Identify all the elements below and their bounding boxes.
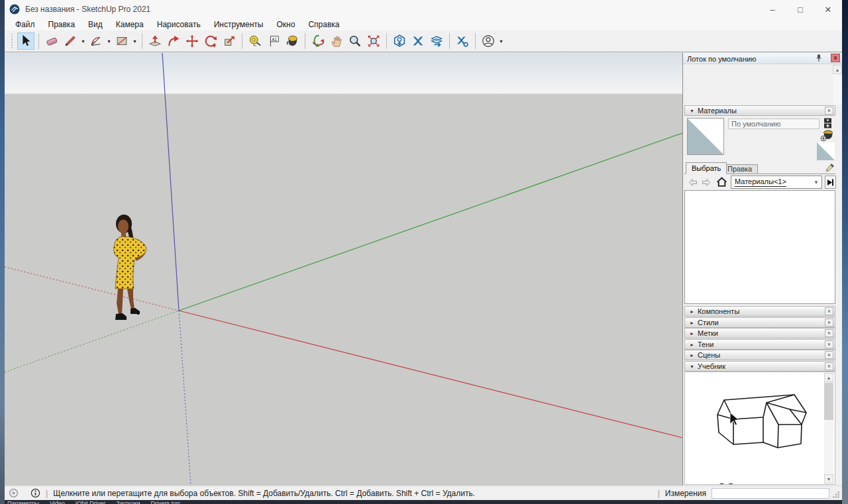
menu-draw[interactable]: Нарисовать	[150, 20, 207, 29]
instructor-scrollbar[interactable]: ▲ ▼	[824, 373, 833, 483]
zoom-tool-button[interactable]	[346, 32, 364, 50]
section-close-button[interactable]: ×	[825, 307, 833, 315]
back-arrow-icon[interactable]	[688, 177, 698, 189]
menu-camera[interactable]: Камера	[109, 20, 150, 29]
text-tool-button[interactable]: A1	[265, 32, 282, 50]
shapes-tool-button[interactable]	[113, 32, 131, 50]
default-material-swatch[interactable]	[817, 142, 835, 160]
measurements-label: Измерения	[665, 489, 706, 498]
toolbar-separator	[475, 33, 476, 49]
toolbar-separator	[386, 33, 387, 49]
drawing-axes	[5, 53, 682, 485]
info-icon[interactable]	[30, 488, 40, 498]
sign-in-button[interactable]	[480, 32, 497, 50]
section-scenes[interactable]: ► Сцены ×	[684, 350, 835, 360]
menu-window[interactable]: Окно	[270, 20, 301, 29]
section-components[interactable]: ► Компоненты ×	[684, 306, 835, 317]
scroll-down-icon[interactable]: ▼	[824, 474, 833, 483]
select-tool-button[interactable]	[17, 32, 34, 50]
section-close-button[interactable]: ×	[825, 340, 833, 348]
material-name-field[interactable]: По умолчанию	[728, 119, 820, 129]
sample-paint-eyedropper-icon[interactable]	[825, 163, 835, 176]
share-model-button[interactable]	[428, 32, 445, 50]
rotate-tool-button[interactable]	[202, 32, 219, 50]
measurements-input[interactable]	[712, 488, 829, 499]
push-pull-tool-button[interactable]	[146, 32, 164, 50]
line-tool-button[interactable]	[62, 32, 79, 50]
status-separator: |	[658, 489, 660, 498]
menu-file[interactable]: Файл	[9, 20, 42, 29]
scrollbar-thumb[interactable]	[824, 383, 833, 420]
material-preview-swatch	[687, 118, 724, 155]
eraser-tool-button[interactable]	[43, 32, 60, 50]
menu-tools[interactable]: Инструменты	[207, 20, 270, 29]
extension-warehouse-icon	[411, 34, 425, 48]
maximize-button[interactable]: □	[786, 0, 814, 19]
section-styles[interactable]: ► Стили ×	[684, 317, 835, 328]
section-label: Тени	[698, 340, 714, 348]
tape-measure-tool-button[interactable]	[246, 32, 264, 50]
section-close-button[interactable]: ×	[825, 329, 833, 337]
move-icon	[185, 34, 199, 48]
section-close-button[interactable]: ×	[825, 107, 833, 115]
materials-list[interactable]	[684, 190, 835, 304]
scroll-up-icon[interactable]: ▲	[833, 65, 842, 74]
tab-select[interactable]: Выбрать	[686, 162, 727, 174]
details-arrow-button[interactable]	[825, 176, 836, 189]
section-tags[interactable]: ► Метки ×	[684, 328, 835, 338]
close-button[interactable]: ✕	[814, 0, 842, 19]
move-tool-button[interactable]	[184, 32, 201, 50]
pan-tool-button[interactable]	[328, 32, 345, 50]
menu-view[interactable]: Вид	[81, 20, 109, 29]
desktop-taskbar-strip: Параметры Video IObit Driver Загрузки Dr…	[5, 500, 842, 504]
orbit-tool-button[interactable]	[309, 32, 327, 50]
tray-scrollbar[interactable]: ▲	[833, 65, 842, 105]
get-models-button[interactable]	[391, 32, 408, 50]
line-tool-dropdown[interactable]: ▼	[80, 32, 87, 50]
forward-arrow-icon[interactable]	[702, 177, 711, 189]
shapes-tool-dropdown[interactable]: ▼	[131, 32, 138, 50]
section-shadows[interactable]: ► Тени ×	[684, 339, 835, 350]
geolocation-icon[interactable]	[9, 488, 19, 498]
status-hint: Щелкните или перетащите для выбора объек…	[53, 489, 475, 498]
paint-bucket-tool-button[interactable]	[284, 32, 301, 50]
zoom-extents-tool-button[interactable]	[365, 32, 382, 50]
chevron-right-icon: ►	[690, 331, 694, 336]
follow-me-tool-button[interactable]	[165, 32, 182, 50]
svg-text:A1: A1	[272, 37, 277, 42]
section-close-button[interactable]: ×	[825, 319, 833, 327]
minimize-button[interactable]: –	[759, 0, 786, 19]
arcs-tool-button[interactable]	[87, 32, 105, 50]
collections-dropdown[interactable]: Материалы<1> ▼	[731, 176, 822, 189]
home-icon[interactable]	[716, 176, 727, 190]
desktop-label: Загрузки	[116, 500, 140, 504]
extension-manager-button[interactable]	[454, 32, 471, 50]
rectangle-icon	[115, 34, 129, 48]
toolbar-grip[interactable]	[11, 34, 14, 48]
section-label: Сцены	[698, 351, 720, 359]
section-close-button[interactable]: ×	[825, 362, 833, 370]
toolbar-separator	[242, 33, 242, 49]
section-label: Компоненты	[698, 307, 739, 315]
model-viewport[interactable]	[5, 53, 682, 485]
pin-icon[interactable]	[814, 54, 823, 63]
section-materials[interactable]: ▼ Материалы ×	[684, 105, 835, 116]
desktop-right-strip	[842, 0, 848, 504]
menu-edit[interactable]: Правка	[42, 20, 82, 29]
scale-tool-button[interactable]	[221, 32, 238, 50]
extension-warehouse-button[interactable]	[409, 32, 427, 50]
chevron-down-icon: ▼	[690, 109, 694, 113]
resize-grip-icon[interactable]	[832, 491, 840, 499]
clipped-text-fragment: ■ ■	[719, 480, 759, 484]
scroll-up-icon[interactable]: ▲	[824, 373, 833, 382]
section-instructor[interactable]: ▼ Учебник ×	[684, 361, 835, 372]
toolbar-separator	[449, 33, 450, 49]
tray-close-button[interactable]: x	[831, 54, 840, 62]
zoom-extents-icon	[366, 34, 381, 48]
menu-help[interactable]: Справка	[301, 20, 346, 29]
arcs-tool-dropdown[interactable]: ▼	[105, 32, 113, 50]
section-close-button[interactable]: ×	[825, 351, 833, 359]
zoom-magnifier-icon	[348, 34, 362, 48]
sign-in-dropdown[interactable]: ▼	[498, 32, 505, 50]
arc-protractor-icon	[89, 34, 103, 48]
